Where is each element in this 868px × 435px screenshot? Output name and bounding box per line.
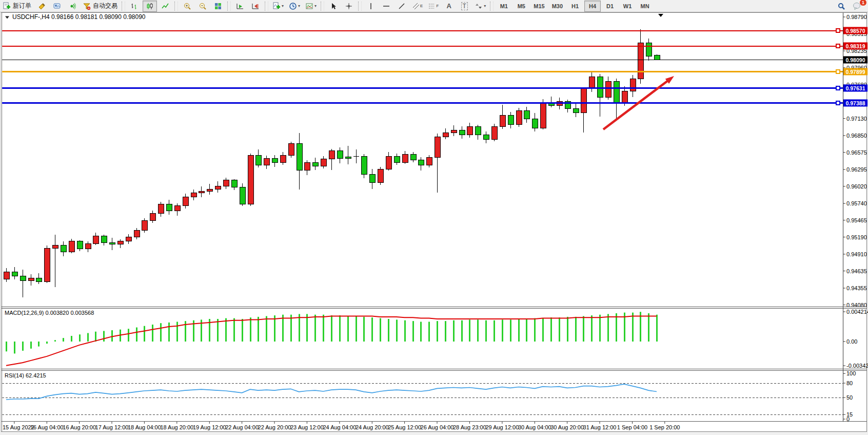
x-axis-label: 19 Aug 12:00 — [193, 424, 226, 430]
bullish-candle — [207, 190, 212, 192]
bearish-candle — [573, 109, 579, 113]
line-anchor-marker[interactable] — [836, 101, 840, 105]
terminal-window: 新订单 自动交易 — [0, 0, 868, 435]
y-axis-label: 0.95190 — [846, 234, 867, 240]
bearish-candle — [483, 135, 489, 139]
macd-axis-label: 0.00 — [846, 338, 857, 345]
rsi-axis-label: 50 — [846, 394, 853, 401]
bullish-candle — [280, 155, 286, 162]
x-axis-label: 16 Aug 04:00 — [30, 424, 64, 430]
bullish-candle — [28, 278, 34, 280]
macd-axis-label: -0.003423 — [846, 363, 868, 369]
y-axis-label: 0.94635 — [846, 268, 867, 274]
bearish-candle — [20, 276, 26, 280]
bearish-candle — [240, 187, 245, 204]
bullish-candle — [435, 137, 440, 158]
bullish-candle — [142, 220, 147, 230]
bullish-candle — [150, 213, 155, 220]
x-axis-label: 17 Aug 12:00 — [95, 424, 129, 430]
bullish-candle — [402, 155, 408, 162]
x-axis-label: 30 Aug 20:00 — [550, 424, 584, 430]
bullish-candle — [304, 162, 310, 171]
bearish-candle — [109, 242, 115, 244]
x-axis-label: 23 Aug 12:00 — [290, 424, 324, 430]
bullish-candle — [638, 43, 643, 79]
x-axis-label: 16 Aug 20:00 — [63, 424, 96, 430]
bearish-candle — [77, 241, 83, 249]
x-axis-label: 26 Aug 04:00 — [421, 424, 454, 430]
bullish-candle — [451, 130, 457, 133]
bearish-candle — [255, 155, 261, 165]
bullish-candle — [134, 231, 140, 237]
x-axis-label: 18 Aug 04:00 — [128, 424, 161, 430]
x-axis-label: 1 Sep 20:00 — [649, 424, 680, 430]
bearish-candle — [312, 162, 318, 166]
x-axis-label: 29 Aug 12:00 — [485, 424, 519, 430]
bearish-candle — [524, 110, 529, 119]
x-axis-label: 24 Aug 04:00 — [323, 424, 356, 430]
bearish-candle — [475, 126, 481, 135]
bearish-candle — [166, 204, 172, 211]
bearish-candle — [532, 119, 538, 128]
y-axis-label: 0.96020 — [846, 183, 867, 190]
bearish-candle — [12, 272, 17, 276]
x-axis-label: 25 Aug 12:00 — [388, 424, 421, 430]
bullish-candle — [500, 116, 505, 126]
price-badge-label: 0.97631 — [846, 85, 865, 91]
bullish-candle — [183, 197, 188, 206]
bullish-candle — [630, 79, 636, 91]
y-axis-label: 0.95740 — [846, 200, 867, 206]
bearish-candle — [61, 245, 66, 252]
bullish-candle — [174, 206, 180, 211]
bearish-candle — [614, 81, 619, 103]
y-axis-label: 0.96575 — [846, 149, 867, 156]
bullish-candle — [158, 204, 164, 213]
x-axis-label: 15 Aug 2022 — [3, 424, 34, 430]
y-axis-label: 0.98790 — [846, 14, 867, 20]
bearish-candle — [369, 174, 375, 183]
x-axis-label: 18 Aug 20:00 — [160, 424, 193, 430]
bullish-candle — [443, 133, 448, 137]
y-axis-label: 0.94910 — [846, 251, 867, 257]
x-axis-label: 28 Aug 23:00 — [453, 424, 486, 430]
bullish-candle — [589, 77, 595, 89]
chart-canvas[interactable]: 0.987900.985150.982350.979600.976800.974… — [0, 0, 868, 435]
bearish-candle — [410, 155, 416, 160]
bearish-candle — [337, 151, 343, 158]
bullish-candle — [248, 155, 253, 204]
bearish-candle — [654, 55, 660, 60]
line-anchor-marker[interactable] — [836, 70, 840, 73]
bearish-candle — [597, 77, 603, 97]
line-anchor-marker[interactable] — [836, 44, 840, 48]
y-axis-label: 0.94355 — [846, 285, 867, 291]
macd-label: MACD(12,26,9) 0.003820 0.003568 — [5, 310, 94, 316]
bullish-candle — [321, 159, 326, 166]
rsi-label: RSI(14) 62.4215 — [5, 372, 46, 379]
x-axis-label: 1 Sep 04:00 — [617, 424, 647, 430]
bearish-candle — [36, 278, 42, 281]
bullish-candle — [386, 156, 391, 169]
bullish-candle — [223, 180, 229, 186]
price-badge-label: 0.98570 — [846, 28, 865, 34]
bullish-candle — [4, 272, 9, 279]
line-anchor-marker[interactable] — [836, 86, 840, 90]
bearish-candle — [272, 158, 278, 162]
bullish-candle — [117, 241, 123, 244]
price-badge-label: 0.97899 — [846, 69, 865, 75]
bullish-candle — [378, 169, 383, 182]
bearish-candle — [646, 43, 652, 56]
bullish-candle — [516, 110, 522, 124]
y-axis-label: 0.97130 — [846, 116, 867, 122]
x-axis-label: 22 Aug 20:00 — [258, 424, 291, 430]
y-axis-label: 0.96295 — [846, 166, 867, 173]
price-badge-label: 0.98319 — [846, 43, 865, 49]
bearish-candle — [459, 130, 465, 135]
bullish-candle — [467, 126, 472, 135]
bullish-candle — [93, 236, 98, 244]
line-anchor-marker[interactable] — [836, 29, 840, 32]
bullish-candle — [622, 91, 627, 103]
bullish-candle — [191, 193, 196, 197]
bullish-candle — [52, 245, 58, 248]
bearish-candle — [101, 236, 107, 242]
bullish-candle — [581, 88, 586, 113]
